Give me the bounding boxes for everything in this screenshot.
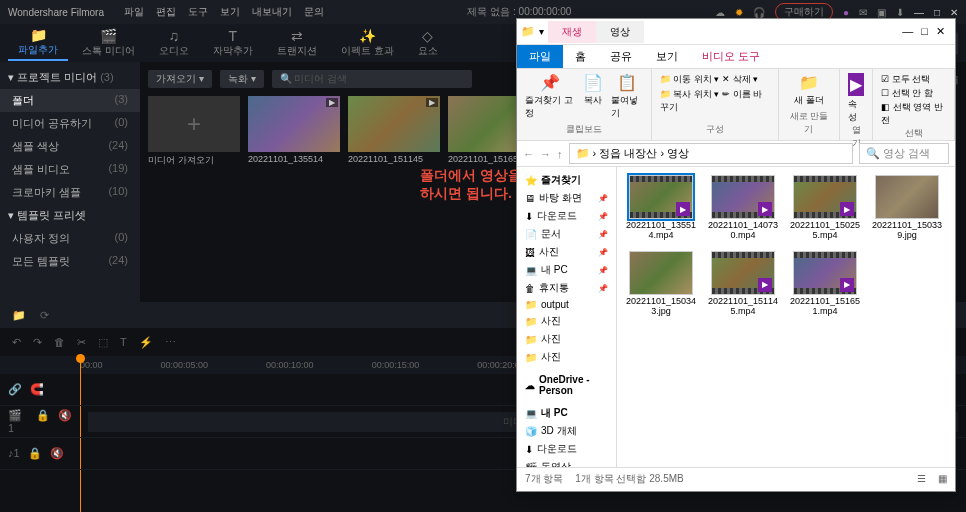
sidebar-item-chroma[interactable]: 크로마키 샘플(10) [0, 181, 140, 204]
sidebar-item-all-templates[interactable]: 모든 템플릿(24) [0, 250, 140, 273]
tab-transition[interactable]: ⇄트랜지션 [267, 26, 327, 60]
up-icon[interactable]: ↑ [557, 148, 563, 160]
new-folder-button[interactable]: 📁새 폴더 [787, 73, 831, 107]
menu-view[interactable]: 보기 [220, 5, 240, 19]
invert-select-button[interactable]: ◧ 선택 영역 반전 [881, 101, 946, 127]
copy-button[interactable]: 📄복사 [583, 73, 603, 120]
move-button[interactable]: 📁 이동 위치 ▾ ✕ 삭제 ▾ [660, 73, 758, 86]
lock-icon[interactable]: 🔒 [36, 409, 50, 434]
exp-tab-share[interactable]: 공유 [598, 45, 644, 68]
file-item[interactable]: ▶20221101_150255.mp4 [789, 175, 861, 241]
exp-tab-file[interactable]: 파일 [517, 45, 563, 68]
tree-item[interactable]: ⬇ 다운로드📌 [521, 207, 612, 225]
maximize-icon[interactable]: □ [921, 25, 928, 38]
menu-tools[interactable]: 도구 [188, 5, 208, 19]
menu-help[interactable]: 문의 [304, 5, 324, 19]
back-icon[interactable]: ← [523, 148, 534, 160]
select-all-button[interactable]: ☑ 모두 선택 [881, 73, 946, 86]
view-icons-icon[interactable]: ▦ [938, 473, 947, 484]
link-icon[interactable]: 🔗 [8, 383, 22, 396]
menu-file[interactable]: 파일 [124, 5, 144, 19]
cut-icon[interactable]: ✂ [77, 336, 86, 349]
tree-item[interactable]: 📁 사진 [521, 330, 612, 348]
crop-icon[interactable]: ⬚ [98, 336, 108, 349]
tree-item[interactable]: 📁 사진 [521, 348, 612, 366]
speed-icon[interactable]: ⚡ [139, 336, 153, 349]
address-path[interactable]: 📁 › 정읍 내장산 › 영상 [569, 143, 854, 164]
undo-icon[interactable]: ↶ [12, 336, 21, 349]
redo-icon[interactable]: ↷ [33, 336, 42, 349]
quick-access-icon[interactable]: ▾ [539, 26, 544, 37]
minimize-icon[interactable]: — [914, 7, 924, 18]
media-import-tile[interactable]: + 미디어 가져오기 [148, 96, 240, 167]
user-icon[interactable]: ● [843, 7, 849, 18]
properties-button[interactable]: ▶속성 [848, 73, 865, 124]
tree-pc[interactable]: 💻 내 PC [521, 404, 612, 422]
tab-add-file[interactable]: 📁파일추가 [8, 25, 68, 61]
tree-onedrive[interactable]: ☁ OneDrive - Person [521, 372, 612, 398]
tree-item[interactable]: 🧊 3D 개체 [521, 422, 612, 440]
sidebar-group-template[interactable]: ▾ 템플릿 프리셋 [0, 204, 140, 227]
refresh-icon[interactable]: ⟳ [40, 309, 49, 322]
tree-item[interactable]: 🗑 휴지통📌 [521, 279, 612, 297]
sidebar-item-folder[interactable]: 폴더(3) [0, 89, 140, 112]
file-item[interactable]: ▶20221101_151145.mp4 [707, 251, 779, 317]
app-icon[interactable]: ▣ [877, 7, 886, 18]
media-item[interactable]: ▶ 20221101_135514 [248, 96, 340, 167]
folder-icon[interactable]: 📁 [12, 309, 26, 322]
tab-effect[interactable]: ✨이펙트 효과 [331, 26, 404, 60]
import-button[interactable]: 가져오기 ▾ [148, 70, 212, 88]
forward-icon[interactable]: → [540, 148, 551, 160]
tab-audio[interactable]: ♫오디오 [149, 26, 199, 60]
file-item[interactable]: 20221101_150339.jpg [871, 175, 943, 241]
file-item[interactable]: 20221101_150343.jpg [625, 251, 697, 317]
tree-item[interactable]: 🎬 동영상 [521, 458, 612, 467]
tree-favorites[interactable]: ⭐ 즐겨찾기 [521, 171, 612, 189]
paste-button[interactable]: 📋붙여넣기 [611, 73, 643, 120]
copy-to-button[interactable]: 📁 복사 위치 ▾ ✏ 이름 바꾸기 [660, 88, 770, 114]
headphone-icon[interactable]: 🎧 [753, 7, 765, 18]
select-none-button[interactable]: ☐ 선택 안 함 [881, 87, 946, 100]
mute-icon[interactable]: 🔇 [58, 409, 72, 434]
sidebar-item-share[interactable]: 미디어 공유하기(0) [0, 112, 140, 135]
close-icon[interactable]: ✕ [950, 7, 958, 18]
tree-item[interactable]: 🖥 바탕 화면📌 [521, 189, 612, 207]
file-item[interactable]: ▶20221101_140730.mp4 [707, 175, 779, 241]
exp-tab-home[interactable]: 홈 [563, 45, 598, 68]
tree-item[interactable]: 📁 사진 [521, 312, 612, 330]
tab-subtitle[interactable]: T자막추가 [203, 26, 263, 60]
gear-icon[interactable]: ✹ [735, 7, 743, 18]
close-icon[interactable]: ✕ [936, 25, 945, 38]
magnet-icon[interactable]: 🧲 [30, 383, 44, 396]
sidebar-group-project[interactable]: ▾ 프로젝트 미디어 (3) [0, 66, 140, 89]
title-tab-play[interactable]: 재생 [548, 21, 596, 43]
menu-edit[interactable]: 편집 [156, 5, 176, 19]
maximize-icon[interactable]: □ [934, 7, 940, 18]
view-details-icon[interactable]: ☰ [917, 473, 926, 484]
sidebar-item-color[interactable]: 샘플 색상(24) [0, 135, 140, 158]
exp-tab-view[interactable]: 보기 [644, 45, 690, 68]
more-icon[interactable]: ⋯ [165, 336, 176, 349]
sidebar-item-video[interactable]: 샘플 비디오(19) [0, 158, 140, 181]
tree-item[interactable]: 🖼 사진📌 [521, 243, 612, 261]
minimize-icon[interactable]: — [902, 25, 913, 38]
record-button[interactable]: 녹화 ▾ [220, 70, 264, 88]
cloud-icon[interactable]: ☁ [715, 7, 725, 18]
file-item[interactable]: ▶20221101_135514.mp4 [625, 175, 697, 241]
pin-button[interactable]: 📌즐겨찾기 고정 [525, 73, 575, 120]
mute-icon[interactable]: 🔇 [50, 447, 64, 460]
tree-item[interactable]: ⬇ 다운로드 [521, 440, 612, 458]
tree-item[interactable]: 📄 문서📌 [521, 225, 612, 243]
search-input[interactable]: 🔍 미디어 검색 [272, 70, 472, 88]
menu-export[interactable]: 내보내기 [252, 5, 292, 19]
media-item[interactable]: ▶ 20221101_151145 [348, 96, 440, 167]
text-icon[interactable]: T [120, 336, 127, 348]
mail-icon[interactable]: ✉ [859, 7, 867, 18]
tree-item[interactable]: 📁 output [521, 297, 612, 312]
lock-icon[interactable]: 🔒 [28, 447, 42, 460]
tree-item[interactable]: 💻 내 PC📌 [521, 261, 612, 279]
download-icon[interactable]: ⬇ [896, 7, 904, 18]
search-input[interactable]: 🔍 영상 검색 [859, 143, 949, 164]
file-item[interactable]: ▶20221101_151651.mp4 [789, 251, 861, 317]
tab-element[interactable]: ◇요소 [408, 26, 448, 60]
